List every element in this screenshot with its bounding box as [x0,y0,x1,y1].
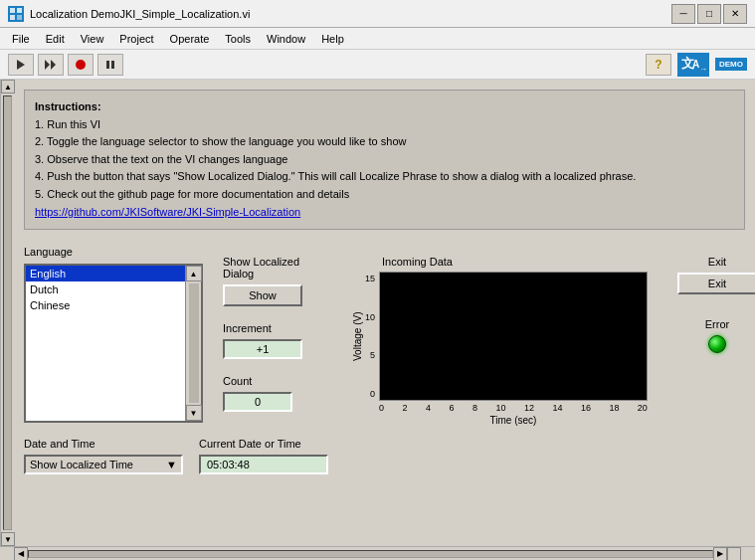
x-tick-2: 2 [403,403,408,413]
close-button[interactable]: ✕ [723,4,747,24]
svg-text:→: → [699,65,707,74]
menu-help[interactable]: Help [313,31,352,47]
listbox-scroll-down[interactable]: ▼ [186,405,202,421]
svg-rect-0 [10,8,15,13]
show-localized-dialog-group: Show Localized Dialog Show [223,256,302,306]
show-dialog-label: Show Localized Dialog [223,256,302,280]
instruction-line-5: 5. Check out the github page for more do… [35,186,734,204]
instructions-title: Instructions: [35,98,734,116]
svg-marker-5 [45,60,50,70]
language-listbox[interactable]: English Dutch Chinese ▲ ▼ [24,264,203,423]
date-time-dropdown[interactable]: Show Localized Time ▼ [24,455,183,474]
listbox-item-chinese[interactable]: Chinese [26,297,201,313]
x-tick-18: 18 [609,403,619,413]
bottom-scrollbar[interactable]: ◀ ▶ [0,546,755,560]
scroll-track-horizontal[interactable] [28,550,713,558]
current-date-time-group: Current Date or Time 05:03:48 [199,438,328,474]
github-link[interactable]: https://github.com/JKISoftware/JKI-Simpl… [35,204,734,222]
exit-group: Exit Exit [677,256,755,294]
svg-rect-9 [111,61,114,69]
x-tick-12: 12 [524,403,534,413]
maximize-button[interactable]: □ [697,4,721,24]
right-scrollbar[interactable]: ▲ ▼ [0,80,14,546]
exit-button[interactable]: Exit [677,273,755,294]
help-button[interactable]: ? [646,54,671,76]
language-section: Language English Dutch Chinese ▲ ▼ [24,246,203,423]
svg-rect-2 [10,15,15,20]
chart-plot [379,272,648,401]
date-time-label: Date and Time [24,438,183,450]
current-date-time-label: Current Date or Time [199,438,328,450]
menu-edit[interactable]: Edit [38,31,73,47]
right-controls: Exit Exit Error [677,256,755,353]
y-tick-15: 15 [365,274,375,283]
dropdown-value: Show Localized Time [30,459,133,470]
increment-group: Increment +1 [223,322,302,359]
chart-area: Incoming Data Voltage (V) 15 10 5 0 [352,256,648,426]
translate-icon: 文 A → [677,53,709,77]
y-axis-label: Voltage (V) [352,272,363,401]
pause-button[interactable] [97,54,123,76]
y-axis-ticks: 15 10 5 0 [365,272,375,401]
menu-window[interactable]: Window [259,31,313,47]
x-axis-label: Time (sec) [379,415,648,426]
menu-operate[interactable]: Operate [162,31,218,47]
menu-file[interactable]: File [4,31,38,47]
instructions-box: Instructions: 1. Run this VI 2. Toggle t… [24,90,745,230]
menu-project[interactable]: Project [111,31,161,47]
listbox-scrollbar[interactable]: ▲ ▼ [185,266,201,421]
scroll-corner [727,547,741,561]
increment-label: Increment [223,322,302,334]
x-tick-14: 14 [552,403,562,413]
svg-rect-8 [106,61,109,69]
increment-value: +1 [223,339,302,359]
y-tick-10: 10 [365,312,375,322]
error-led [708,335,726,353]
scroll-right-button[interactable]: ▶ [713,547,727,561]
menu-view[interactable]: View [73,31,112,47]
toolbar: ? 文 A → DEMO [0,50,755,80]
instruction-line-4: 4. Push the button that says "Show Local… [35,168,734,186]
count-value: 0 [223,392,292,412]
scroll-down-button[interactable]: ▼ [1,532,15,546]
scroll-up-button[interactable]: ▲ [1,80,15,93]
scroll-left-button[interactable]: ◀ [14,547,28,561]
svg-rect-3 [17,15,22,20]
listbox-scroll-up[interactable]: ▲ [186,266,202,281]
listbox-item-english[interactable]: English [26,266,201,281]
chart-title: Incoming Data [382,256,453,268]
date-time-group: Date and Time Show Localized Time ▼ [24,438,183,474]
scroll-track-vertical[interactable] [3,95,12,530]
current-date-time-value: 05:03:48 [199,455,328,474]
instruction-line-3: 3. Observe that the text on the VI chang… [35,151,734,169]
controls-row: Language English Dutch Chinese ▲ ▼ [24,246,745,426]
run-button[interactable] [8,54,34,76]
main-area: ▲ ▼ Instructions: 1. Run this VI 2. Togg… [0,80,755,546]
stop-button[interactable] [68,54,94,76]
language-label: Language [24,246,203,258]
content-panel: Instructions: 1. Run this VI 2. Toggle t… [14,80,755,546]
svg-marker-4 [17,60,25,70]
menu-bar: File Edit View Project Operate Tools Win… [0,28,755,50]
x-tick-16: 16 [581,403,591,413]
x-tick-10: 10 [495,403,505,413]
exit-label: Exit [708,256,726,268]
svg-marker-6 [51,60,56,70]
error-group: Error [705,318,729,353]
x-tick-8: 8 [472,403,477,413]
run-continuously-button[interactable] [38,54,64,76]
bottom-row: Date and Time Show Localized Time ▼ Curr… [24,438,745,474]
middle-controls: Show Localized Dialog Show Increment +1 … [223,256,302,412]
x-axis-ticks: 0 2 4 6 8 10 12 14 16 18 20 [379,403,648,413]
menu-tools[interactable]: Tools [217,31,259,47]
x-tick-4: 4 [426,403,431,413]
error-label: Error [705,318,729,330]
x-tick-20: 20 [638,403,648,413]
title-bar: Localization DemoJKI_Simple_Localization… [0,0,755,28]
svg-point-7 [76,60,86,70]
minimize-button[interactable]: ─ [671,4,695,24]
y-tick-0: 0 [365,389,375,399]
show-button[interactable]: Show [223,284,302,306]
instruction-line-1: 1. Run this VI [35,116,734,134]
listbox-item-dutch[interactable]: Dutch [26,281,201,297]
